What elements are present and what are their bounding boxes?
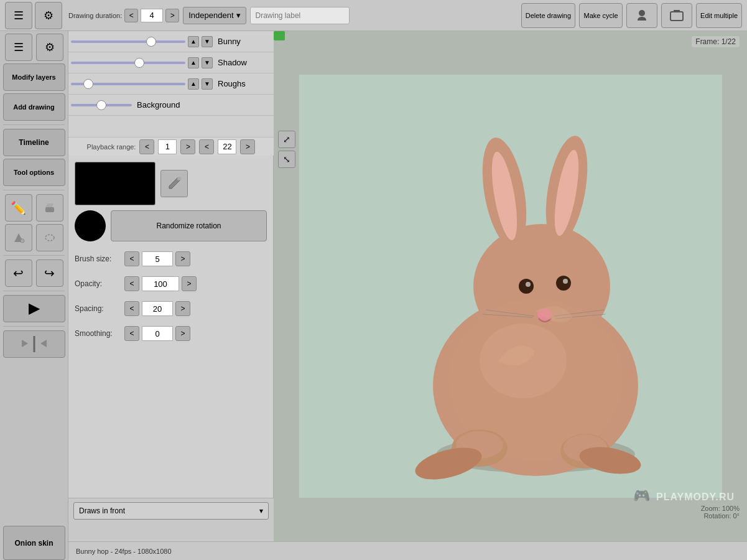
play-button[interactable]: ▶ (3, 295, 65, 322)
brush-row: Randomize rotation (75, 210, 267, 241)
opacity-value: 100 (142, 276, 179, 291)
svg-marker-3 (45, 203, 54, 207)
svg-point-20 (519, 279, 534, 294)
playback-end-value: 22 (218, 139, 236, 154)
add-drawing-button[interactable]: Add drawing (3, 93, 65, 121)
brush-size-decrease[interactable]: < (124, 251, 139, 266)
opacity-label: Opacity: (75, 279, 124, 288)
playback-start-increase[interactable]: > (180, 139, 195, 154)
draws-front-select[interactable]: Draws in front ▾ (73, 502, 269, 520)
watermark-text: PLAYMODY.RU (656, 492, 735, 502)
expand-button[interactable]: ⤢ (278, 131, 295, 148)
onion-skin-button[interactable]: Onion skin (3, 526, 65, 560)
icon-button-2[interactable] (661, 3, 692, 28)
rotation-info: Rotation: 0° (701, 512, 740, 520)
opacity-decrease[interactable]: < (124, 276, 139, 291)
top-tool-row: ☰ ⚙ (5, 34, 63, 61)
playback-end-decrease[interactable]: < (199, 139, 214, 154)
onion-skin-label: Onion skin (14, 539, 53, 548)
watermark-logo: 🎮 (633, 488, 651, 503)
divider-4 (3, 291, 64, 291)
roughs-slider-thumb[interactable] (83, 79, 93, 89)
delete-drawing-button[interactable]: Delete drawing (521, 3, 575, 28)
eyedropper-button[interactable] (160, 170, 188, 197)
layer-row-background: Background (68, 95, 274, 116)
svg-point-23 (563, 279, 568, 284)
draws-front-arrow-icon: ▾ (259, 506, 263, 515)
make-cycle-label: Make cycle (584, 12, 618, 19)
modify-layers-button[interactable]: Modify layers (3, 63, 65, 91)
collapse-button[interactable]: ⤡ (278, 151, 295, 168)
canvas-drawing[interactable] (299, 75, 722, 498)
layer-row-bunny: ▲ ▼ Bunny (68, 31, 274, 52)
mode-dropdown[interactable]: Independent ▾ (183, 7, 246, 24)
playback-start-decrease[interactable]: < (139, 139, 154, 154)
brush-size-label: Brush size: (75, 254, 124, 263)
scrubber-button[interactable] (3, 330, 65, 358)
watermark: 🎮 PLAYMODY.RU (633, 488, 735, 504)
redo-button[interactable]: ↪ (36, 259, 63, 287)
opacity-increase[interactable]: > (182, 276, 197, 291)
eraser-button[interactable] (36, 194, 63, 222)
spacing-increase[interactable]: > (175, 301, 190, 316)
add-drawing-label: Add drawing (13, 103, 55, 111)
pencil-button[interactable]: ✏️ (5, 194, 32, 222)
duration-value: 4 (141, 9, 163, 22)
svg-point-0 (639, 10, 645, 16)
svg-point-9 (177, 177, 181, 180)
edit-multiple-button[interactable]: Edit multiple (696, 3, 742, 28)
left-sidebar: ☰ ⚙ Modify layers Add drawing Timeline T… (0, 31, 68, 560)
svg-rect-2 (45, 207, 54, 212)
timeline-label: Timeline (19, 138, 49, 147)
svg-rect-1 (670, 12, 683, 21)
shadow-up-arrow[interactable]: ▲ (188, 57, 199, 68)
fill-button[interactable] (5, 224, 32, 251)
frame-marker[interactable] (274, 31, 285, 40)
modify-layers-label: Modify layers (12, 73, 55, 81)
tool-options-label: Tool options (14, 169, 54, 176)
smoothing-increase[interactable]: > (175, 326, 190, 341)
roughs-up-arrow[interactable]: ▲ (188, 78, 199, 90)
drawing-label-input[interactable] (250, 7, 350, 24)
icon-button-1[interactable] (626, 3, 657, 28)
menu-button[interactable]: ☰ (5, 2, 32, 29)
roughs-layer-name: Roughs (215, 79, 259, 88)
spacing-decrease[interactable]: < (124, 301, 139, 316)
svg-marker-8 (40, 340, 47, 347)
delete-drawing-label: Delete drawing (526, 12, 571, 19)
settings-button[interactable]: ⚙ (35, 2, 62, 29)
playback-end-increase[interactable]: > (240, 139, 255, 154)
shadow-slider-thumb[interactable] (134, 58, 144, 68)
roughs-down-arrow[interactable]: ▼ (202, 78, 213, 90)
playback-range-row: Playback range: < 1 > < 22 > (68, 137, 274, 156)
duration-increase-btn[interactable]: > (165, 9, 179, 22)
duration-decrease-btn[interactable]: < (124, 9, 138, 22)
tool-options-panel: Randomize rotation Brush size: < 5 > Opa… (68, 156, 274, 523)
randomize-rotation-button[interactable]: Randomize rotation (111, 210, 267, 241)
smoothing-value: 0 (142, 326, 173, 341)
bg-slider-thumb[interactable] (96, 100, 106, 110)
lasso-button[interactable] (36, 224, 63, 251)
settings-icon-btn[interactable]: ⚙ (36, 34, 63, 61)
svg-point-22 (526, 282, 531, 287)
playback-range-label: Playback range: (87, 143, 136, 151)
color-swatch[interactable] (75, 162, 155, 205)
shadow-down-arrow[interactable]: ▼ (202, 57, 213, 68)
smoothing-decrease[interactable]: < (124, 326, 139, 341)
smoothing-stepper: < 0 > (124, 326, 190, 341)
svg-marker-7 (22, 340, 28, 347)
bunny-up-arrow[interactable]: ▲ (188, 36, 199, 47)
frame-info: Frame: 1/22 (692, 36, 740, 47)
undo-button[interactable]: ↩ (5, 259, 32, 287)
bunny-down-arrow[interactable]: ▼ (202, 36, 213, 47)
tool-options-button[interactable]: Tool options (3, 159, 65, 186)
make-cycle-button[interactable]: Make cycle (579, 3, 623, 28)
spacing-label: Spacing: (75, 304, 124, 313)
bg-layer-name: Background (134, 100, 190, 110)
layer-row-shadow: ▲ ▼ Shadow (68, 52, 274, 73)
timeline-button[interactable]: Timeline (3, 129, 65, 156)
divider-2 (3, 190, 64, 190)
bunny-slider-thumb[interactable] (146, 37, 156, 47)
menu-icon-btn[interactable]: ☰ (5, 34, 32, 61)
brush-size-increase[interactable]: > (175, 251, 190, 266)
